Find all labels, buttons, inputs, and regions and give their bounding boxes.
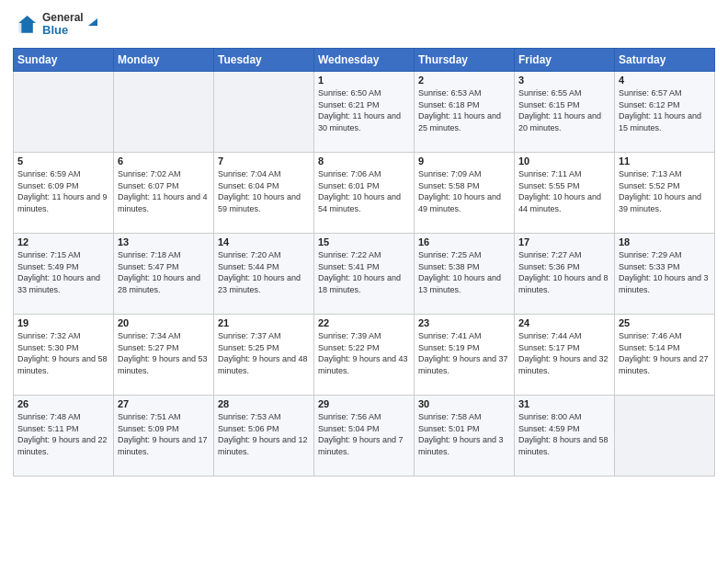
day-cell	[14, 72, 114, 153]
day-info: Sunrise: 7:18 AM Sunset: 5:47 PM Dayligh…	[118, 249, 210, 295]
day-number: 18	[619, 236, 711, 247]
day-cell: 14Sunrise: 7:20 AM Sunset: 5:44 PM Dayli…	[214, 234, 314, 315]
day-cell: 7Sunrise: 7:04 AM Sunset: 6:04 PM Daylig…	[214, 153, 314, 234]
day-number: 30	[418, 398, 510, 409]
day-cell: 1Sunrise: 6:50 AM Sunset: 6:21 PM Daylig…	[314, 72, 415, 153]
calendar-table: SundayMondayTuesdayWednesdayThursdayFrid…	[13, 48, 715, 477]
day-info: Sunrise: 7:13 AM Sunset: 5:52 PM Dayligh…	[619, 168, 711, 214]
day-number: 17	[518, 236, 610, 247]
day-cell: 17Sunrise: 7:27 AM Sunset: 5:36 PM Dayli…	[515, 234, 615, 315]
day-number: 5	[17, 155, 109, 167]
day-cell: 6Sunrise: 7:02 AM Sunset: 6:07 PM Daylig…	[114, 153, 214, 234]
day-number: 2	[418, 75, 510, 86]
day-number: 26	[17, 398, 109, 409]
day-cell: 28Sunrise: 7:53 AM Sunset: 5:06 PM Dayli…	[214, 396, 314, 477]
day-info: Sunrise: 7:51 AM Sunset: 5:09 PM Dayligh…	[118, 411, 210, 457]
day-info: Sunrise: 7:34 AM Sunset: 5:27 PM Dayligh…	[118, 330, 210, 376]
day-info: Sunrise: 7:41 AM Sunset: 5:19 PM Dayligh…	[418, 330, 510, 376]
day-cell: 18Sunrise: 7:29 AM Sunset: 5:33 PM Dayli…	[615, 234, 715, 315]
day-number: 7	[218, 155, 310, 167]
day-number: 4	[619, 75, 711, 86]
day-cell: 31Sunrise: 8:00 AM Sunset: 4:59 PM Dayli…	[515, 396, 615, 477]
day-cell: 9Sunrise: 7:09 AM Sunset: 5:58 PM Daylig…	[415, 153, 515, 234]
day-cell: 29Sunrise: 7:56 AM Sunset: 5:04 PM Dayli…	[314, 396, 415, 477]
day-cell: 30Sunrise: 7:58 AM Sunset: 5:01 PM Dayli…	[415, 396, 515, 477]
svg-text:General: General	[42, 11, 84, 24]
day-cell: 26Sunrise: 7:48 AM Sunset: 5:11 PM Dayli…	[14, 396, 114, 477]
week-row-2: 5Sunrise: 6:59 AM Sunset: 6:09 PM Daylig…	[14, 153, 715, 234]
day-number: 23	[418, 317, 510, 328]
day-info: Sunrise: 7:27 AM Sunset: 5:36 PM Dayligh…	[518, 249, 610, 295]
day-info: Sunrise: 7:53 AM Sunset: 5:06 PM Dayligh…	[218, 411, 310, 457]
day-number: 3	[518, 75, 610, 86]
day-number: 15	[318, 236, 410, 247]
day-info: Sunrise: 7:48 AM Sunset: 5:11 PM Dayligh…	[17, 411, 109, 457]
weekday-header-saturday: Saturday	[615, 49, 715, 72]
day-info: Sunrise: 7:25 AM Sunset: 5:38 PM Dayligh…	[418, 249, 510, 295]
day-cell: 24Sunrise: 7:44 AM Sunset: 5:17 PM Dayli…	[515, 315, 615, 396]
day-number: 29	[318, 398, 410, 409]
day-cell: 10Sunrise: 7:11 AM Sunset: 5:55 PM Dayli…	[515, 153, 615, 234]
week-row-4: 19Sunrise: 7:32 AM Sunset: 5:30 PM Dayli…	[14, 315, 715, 396]
day-cell	[214, 72, 314, 153]
day-info: Sunrise: 7:15 AM Sunset: 5:49 PM Dayligh…	[17, 249, 109, 295]
day-cell: 2Sunrise: 6:53 AM Sunset: 6:18 PM Daylig…	[415, 72, 515, 153]
day-info: Sunrise: 6:53 AM Sunset: 6:18 PM Dayligh…	[418, 87, 510, 133]
day-cell: 25Sunrise: 7:46 AM Sunset: 5:14 PM Dayli…	[615, 315, 715, 396]
day-number: 10	[518, 155, 610, 167]
day-info: Sunrise: 7:32 AM Sunset: 5:30 PM Dayligh…	[17, 330, 109, 376]
day-info: Sunrise: 7:09 AM Sunset: 5:58 PM Dayligh…	[418, 168, 510, 214]
svg-marker-5	[88, 18, 97, 26]
day-info: Sunrise: 7:56 AM Sunset: 5:04 PM Dayligh…	[318, 411, 410, 457]
day-number: 11	[619, 155, 711, 167]
day-number: 19	[17, 317, 109, 328]
day-info: Sunrise: 7:39 AM Sunset: 5:22 PM Dayligh…	[318, 330, 410, 376]
day-number: 12	[17, 236, 109, 247]
day-number: 6	[118, 155, 210, 167]
day-info: Sunrise: 6:55 AM Sunset: 6:15 PM Dayligh…	[518, 87, 610, 133]
header: General Blue	[13, 9, 715, 42]
day-cell: 8Sunrise: 7:06 AM Sunset: 6:01 PM Daylig…	[314, 153, 415, 234]
weekday-header-thursday: Thursday	[415, 49, 515, 72]
day-number: 1	[318, 75, 410, 86]
day-number: 8	[318, 155, 410, 167]
day-cell: 4Sunrise: 6:57 AM Sunset: 6:12 PM Daylig…	[615, 72, 715, 153]
day-number: 20	[118, 317, 210, 328]
logo-text-block: General Blue	[42, 9, 97, 42]
day-number: 24	[518, 317, 610, 328]
logo: General Blue	[13, 9, 97, 42]
day-info: Sunrise: 7:58 AM Sunset: 5:01 PM Dayligh…	[418, 411, 510, 457]
day-info: Sunrise: 7:02 AM Sunset: 6:07 PM Dayligh…	[118, 168, 210, 214]
weekday-header-monday: Monday	[114, 49, 214, 72]
day-info: Sunrise: 7:20 AM Sunset: 5:44 PM Dayligh…	[218, 249, 310, 295]
day-cell: 27Sunrise: 7:51 AM Sunset: 5:09 PM Dayli…	[114, 396, 214, 477]
day-cell	[615, 396, 715, 477]
day-number: 9	[418, 155, 510, 167]
day-info: Sunrise: 7:04 AM Sunset: 6:04 PM Dayligh…	[218, 168, 310, 214]
day-info: Sunrise: 7:44 AM Sunset: 5:17 PM Dayligh…	[518, 330, 610, 376]
weekday-header-row: SundayMondayTuesdayWednesdayThursdayFrid…	[14, 49, 715, 72]
weekday-header-wednesday: Wednesday	[314, 49, 415, 72]
day-info: Sunrise: 6:50 AM Sunset: 6:21 PM Dayligh…	[318, 87, 410, 133]
day-number: 14	[218, 236, 310, 247]
logo-svg: General Blue	[42, 9, 97, 39]
day-info: Sunrise: 6:59 AM Sunset: 6:09 PM Dayligh…	[17, 168, 109, 214]
day-info: Sunrise: 7:22 AM Sunset: 5:41 PM Dayligh…	[318, 249, 410, 295]
day-cell: 16Sunrise: 7:25 AM Sunset: 5:38 PM Dayli…	[415, 234, 515, 315]
day-number: 27	[118, 398, 210, 409]
week-row-5: 26Sunrise: 7:48 AM Sunset: 5:11 PM Dayli…	[14, 396, 715, 477]
day-info: Sunrise: 7:29 AM Sunset: 5:33 PM Dayligh…	[619, 249, 711, 295]
day-info: Sunrise: 7:37 AM Sunset: 5:25 PM Dayligh…	[218, 330, 310, 376]
day-number: 21	[218, 317, 310, 328]
day-number: 22	[318, 317, 410, 328]
day-cell: 15Sunrise: 7:22 AM Sunset: 5:41 PM Dayli…	[314, 234, 415, 315]
weekday-header-friday: Friday	[515, 49, 615, 72]
day-info: Sunrise: 8:00 AM Sunset: 4:59 PM Dayligh…	[518, 411, 610, 457]
day-cell	[114, 72, 214, 153]
day-info: Sunrise: 7:46 AM Sunset: 5:14 PM Dayligh…	[619, 330, 711, 376]
day-cell: 5Sunrise: 6:59 AM Sunset: 6:09 PM Daylig…	[14, 153, 114, 234]
day-cell: 20Sunrise: 7:34 AM Sunset: 5:27 PM Dayli…	[114, 315, 214, 396]
day-cell: 23Sunrise: 7:41 AM Sunset: 5:19 PM Dayli…	[415, 315, 515, 396]
weekday-header-sunday: Sunday	[14, 49, 114, 72]
logo-icon	[13, 13, 39, 39]
